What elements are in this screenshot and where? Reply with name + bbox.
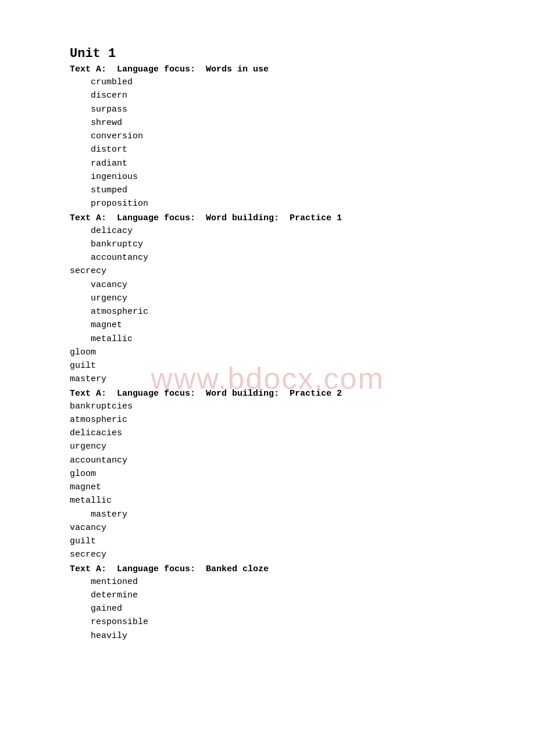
word-item: vacancy [70,521,465,535]
word-item: magnet [70,481,465,494]
word-item: urgency [70,440,465,453]
section-text-a-words-in-use: Text A: Language focus: Words in use cru… [70,65,465,211]
word-item: vacancy [70,278,465,292]
word-item: atmospheric [70,305,465,318]
section-text-a-word-building-practice-1: Text A: Language focus: Word building: P… [70,213,465,386]
section-header: Text A: Language focus: Word building: P… [70,389,465,399]
word-item: secrecy [70,548,465,561]
word-item: responsible [70,615,465,629]
word-item: mastery [70,508,465,521]
word-item: ingenious [70,170,465,184]
word-item: discern [70,89,465,102]
word-item: bankruptcies [70,400,465,413]
word-item: gloom [70,346,465,359]
word-item: accountancy [70,454,465,467]
word-item: metallic [70,332,465,346]
word-item: surpass [70,103,465,116]
word-item: shrewd [70,116,465,130]
word-item: metallic [70,494,465,507]
section-header: Text A: Language focus: Banked cloze [70,564,465,574]
word-item: secrecy [70,264,465,278]
word-item: crumbled [70,76,465,89]
word-item: distort [70,143,465,156]
page-title: Unit 1 [70,46,465,61]
word-item: magnet [70,318,465,332]
word-item: mentioned [70,575,465,589]
word-item: bankruptcy [70,238,465,251]
word-item: conversion [70,130,465,143]
word-item: atmospheric [70,413,465,427]
word-item: stumped [70,184,465,197]
word-item: mastery [70,372,465,386]
section-header: Text A: Language focus: Word building: P… [70,213,465,223]
section-text-a-banked-cloze: Text A: Language focus: Banked cloze men… [70,564,465,643]
word-item: gained [70,602,465,615]
word-item: delicacies [70,427,465,440]
word-item: gloom [70,467,465,481]
word-item: accountancy [70,251,465,264]
word-item: urgency [70,292,465,305]
word-item: heavily [70,629,465,643]
word-item: guilt [70,535,465,548]
word-item: delicacy [70,224,465,238]
word-item: determine [70,589,465,602]
word-item: proposition [70,197,465,210]
section-header: Text A: Language focus: Words in use [70,65,465,74]
section-text-a-word-building-practice-2: Text A: Language focus: Word building: P… [70,389,465,562]
word-item: radiant [70,157,465,170]
word-item: guilt [70,359,465,372]
